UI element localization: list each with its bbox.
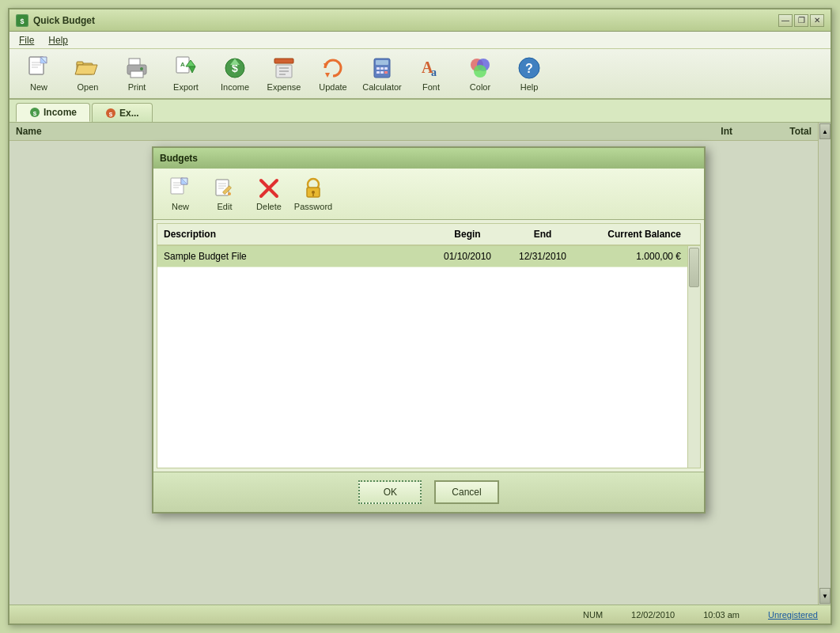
svg-rect-35	[376, 71, 380, 74]
status-date: 12/02/2010	[625, 610, 681, 620]
calculator-icon	[369, 55, 395, 81]
table-row[interactable]: Sample Budget File 01/10/2010 12/31/2010…	[157, 246, 700, 267]
toolbar-font-button[interactable]: A a Font	[408, 53, 454, 94]
svg-marker-11	[75, 65, 97, 74]
tab-income[interactable]: $ Income	[16, 103, 90, 122]
svg-rect-34	[384, 67, 388, 70]
calculator-label: Calculator	[362, 82, 402, 92]
app-icon: $	[16, 14, 28, 27]
toolbar-open-button[interactable]: Open	[65, 53, 111, 94]
toolbar-help-button[interactable]: ? Help	[506, 53, 552, 94]
svg-point-15	[140, 67, 143, 70]
cell-description: Sample Budget File	[164, 251, 428, 262]
export-label: Export	[173, 82, 199, 92]
tab-expense-label: Ex...	[119, 108, 139, 119]
update-label: Update	[319, 82, 346, 92]
income-icon: $	[222, 55, 248, 81]
col-end-header: End	[507, 229, 578, 240]
cancel-button[interactable]: Cancel	[434, 480, 498, 504]
svg-rect-10	[77, 62, 83, 65]
col-begin-header: Begin	[428, 229, 507, 240]
main-window: $ Quick Budget — ❐ ✕ File Help	[8, 8, 832, 625]
new-icon	[26, 55, 51, 81]
title-bar: $ Quick Budget — ❐ ✕	[9, 9, 831, 32]
new-dialog-icon	[168, 176, 193, 200]
toolbar-color-button[interactable]: Color	[457, 53, 503, 94]
scrollbar-thumb[interactable]	[689, 248, 699, 287]
dialog-table: Description Begin End Current Balance Sa…	[157, 223, 701, 468]
toolbar-update-button[interactable]: Update	[310, 53, 356, 94]
tab-area: $ Income $ Ex...	[9, 100, 831, 123]
status-registration[interactable]: Unregistered	[762, 610, 824, 620]
toolbar: New Open Print	[9, 49, 831, 100]
status-bar: NUM 12/02/2010 10:03 am Unregistered	[9, 605, 831, 624]
status-time: 10:03 am	[697, 610, 746, 620]
menu-help[interactable]: Help	[45, 33, 71, 47]
svg-marker-18	[189, 66, 195, 73]
dialog-delete-button[interactable]: Delete	[248, 173, 289, 214]
password-dialog-icon	[301, 176, 326, 200]
minimize-button[interactable]: —	[778, 14, 793, 27]
tab-income-label: Income	[44, 107, 77, 118]
app-title: Quick Budget	[33, 15, 95, 26]
dialog-buttons: OK Cancel	[153, 472, 704, 512]
expense-label: Expense	[267, 82, 301, 92]
col-description-header: Description	[164, 229, 428, 240]
toolbar-print-button[interactable]: Print	[114, 53, 160, 94]
svg-point-42	[474, 65, 486, 78]
restore-button[interactable]: ❐	[794, 14, 808, 27]
svg-rect-36	[380, 71, 384, 74]
toolbar-income-button[interactable]: $ Income	[212, 53, 258, 94]
export-icon: A	[173, 55, 199, 81]
dialog-new-button[interactable]: New	[160, 173, 201, 214]
dialog-overlay: Budgets	[9, 123, 831, 605]
print-label: Print	[128, 82, 146, 92]
open-label: Open	[78, 82, 99, 92]
dialog-title: Budgets	[160, 153, 198, 164]
svg-rect-23	[274, 59, 293, 63]
toolbar-expense-button[interactable]: Expense	[261, 53, 307, 94]
svg-text:?: ?	[525, 62, 533, 75]
svg-rect-14	[131, 71, 143, 78]
tab-expense[interactable]: $ Ex...	[92, 103, 153, 122]
help-icon: ?	[516, 55, 542, 81]
cell-begin: 01/10/2010	[428, 251, 507, 262]
dialog-password-button[interactable]: Password	[293, 173, 334, 214]
svg-text:$: $	[109, 111, 113, 118]
dialog-table-body[interactable]: Sample Budget File 01/10/2010 12/31/2010…	[157, 246, 700, 468]
update-icon	[320, 55, 346, 81]
svg-rect-37	[384, 71, 388, 74]
dialog-delete-label: Delete	[256, 202, 282, 211]
svg-text:a: a	[431, 66, 437, 78]
menu-file[interactable]: File	[16, 33, 37, 47]
dialog-edit-button[interactable]: Edit	[204, 173, 245, 214]
scrollbar-spacer	[681, 229, 694, 240]
dialog-password-label: Password	[294, 202, 332, 211]
svg-marker-29	[325, 73, 330, 78]
expense-tab-icon: $	[105, 108, 116, 119]
svg-point-60	[228, 192, 231, 195]
status-num: NUM	[577, 610, 609, 620]
svg-text:$: $	[33, 110, 37, 117]
menu-bar: File Help	[9, 32, 831, 49]
cell-balance: 1.000,00 €	[578, 251, 681, 262]
svg-rect-33	[380, 67, 384, 70]
svg-text:A: A	[180, 61, 185, 68]
close-button[interactable]: ✕	[810, 14, 824, 27]
ok-button[interactable]: OK	[358, 480, 422, 504]
svg-point-65	[312, 191, 315, 194]
edit-dialog-icon	[212, 176, 237, 200]
open-icon	[75, 55, 100, 81]
delete-dialog-icon	[256, 176, 282, 200]
toolbar-new-button[interactable]: New	[16, 53, 62, 94]
font-label: Font	[422, 82, 440, 92]
toolbar-calculator-button[interactable]: Calculator	[359, 53, 405, 94]
title-bar-left: $ Quick Budget	[16, 14, 95, 27]
cell-end: 12/31/2010	[507, 251, 578, 262]
font-icon: A a	[418, 55, 444, 81]
dialog-edit-label: Edit	[218, 202, 233, 211]
table-scrollbar[interactable]	[687, 246, 700, 468]
dialog-table-header: Description Begin End Current Balance	[157, 224, 700, 246]
dialog-toolbar: New	[153, 169, 704, 220]
toolbar-export-button[interactable]: A Export	[163, 53, 209, 94]
